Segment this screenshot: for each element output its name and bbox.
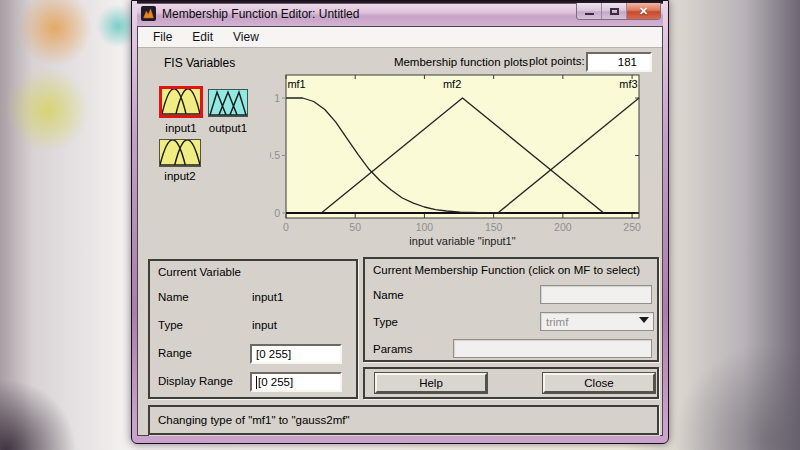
svg-text:100: 100 — [416, 221, 434, 233]
plot-points-input[interactable] — [586, 52, 652, 72]
window-controls: ✕ — [576, 3, 661, 20]
cv-type-value: input — [252, 319, 277, 331]
svg-text:0: 0 — [283, 221, 289, 233]
variable-label-output1: output1 — [205, 122, 251, 134]
membership-function-plot[interactable]: 05010015020025010.50mf1mf2mf3input varia… — [270, 73, 646, 253]
svg-text:0.5: 0.5 — [270, 149, 280, 161]
range-input[interactable] — [250, 344, 342, 364]
current-variable-title: Current Variable — [158, 266, 241, 278]
mf-params-input[interactable] — [453, 339, 652, 358]
status-bar: Changing type of "mf1" to "gauss2mf" — [148, 405, 659, 435]
window-title: Membership Function Editor: Untitled — [162, 7, 359, 21]
mf-type-dropdown[interactable]: trimf — [540, 312, 654, 331]
cv-display-range-label: Display Range — [158, 375, 233, 387]
mf-params-label: Params — [373, 343, 413, 355]
help-button[interactable]: Help — [375, 373, 487, 393]
variable-icon-output1[interactable] — [208, 89, 248, 117]
svg-text:mf2: mf2 — [443, 78, 461, 90]
display-range-value: [0 255] — [258, 376, 293, 388]
svg-text:150: 150 — [485, 221, 503, 233]
svg-text:input variable "input1": input variable "input1" — [409, 235, 515, 247]
current-mf-title: Current Membership Function (click on MF… — [373, 264, 640, 276]
current-variable-panel: Current Variable Name input1 Type input … — [148, 259, 358, 399]
svg-text:mf1: mf1 — [287, 78, 305, 90]
input-mf-glyph — [160, 140, 200, 166]
svg-text:200: 200 — [554, 221, 572, 233]
cv-range-label: Range — [158, 347, 192, 359]
current-mf-panel: Current Membership Function (click on MF… — [363, 257, 659, 362]
svg-text:mf3: mf3 — [619, 78, 637, 90]
svg-text:0: 0 — [274, 207, 280, 219]
svg-text:1: 1 — [274, 92, 280, 104]
chevron-down-icon — [639, 317, 649, 323]
variable-icon-input2[interactable] — [159, 139, 201, 167]
mf-type-label: Type — [373, 316, 398, 328]
fis-variables-heading: FIS Variables — [164, 56, 235, 70]
svg-text:50: 50 — [349, 221, 361, 233]
variable-icon-input1[interactable] — [159, 86, 203, 118]
minimize-icon — [585, 13, 594, 15]
plot-points-label: plot points: — [529, 55, 585, 67]
mf-name-label: Name — [373, 289, 404, 301]
maximize-icon — [610, 8, 619, 15]
mf-type-selected-value: trimf — [546, 316, 568, 328]
window-body: File Edit View FIS Variables input1 — [137, 26, 663, 436]
client-area: FIS Variables input1 output1 — [138, 48, 662, 435]
text-caret — [256, 376, 257, 389]
action-buttons-panel: Help Close — [363, 367, 659, 399]
close-icon: ✕ — [639, 5, 648, 18]
menu-view[interactable]: View — [223, 28, 269, 46]
variable-label-input2: input2 — [157, 170, 203, 182]
cv-name-value: input1 — [252, 291, 283, 303]
minimize-button[interactable] — [577, 3, 602, 19]
desktop-background: Membership Function Editor: Untitled ✕ F… — [0, 0, 800, 450]
close-button[interactable]: ✕ — [627, 3, 660, 19]
input-mf-glyph — [162, 89, 200, 115]
menu-file[interactable]: File — [143, 28, 182, 46]
display-range-input[interactable]: [0 255] — [250, 372, 342, 392]
mf-name-input[interactable] — [540, 285, 652, 304]
svg-text:250: 250 — [623, 221, 641, 233]
variable-label-input1: input1 — [158, 122, 204, 134]
titlebar[interactable]: Membership Function Editor: Untitled ✕ — [137, 1, 663, 26]
output-mf-glyph — [209, 90, 247, 116]
close-dialog-button[interactable]: Close — [543, 373, 655, 393]
plot-title: Membership function plots — [376, 56, 546, 68]
membership-function-editor-window: Membership Function Editor: Untitled ✕ F… — [131, 0, 669, 444]
matlab-icon — [141, 6, 156, 21]
menu-edit[interactable]: Edit — [182, 28, 223, 46]
cv-name-label: Name — [158, 291, 189, 303]
menubar: File Edit View — [138, 27, 662, 48]
cv-type-label: Type — [158, 319, 183, 331]
maximize-button[interactable] — [602, 3, 627, 19]
